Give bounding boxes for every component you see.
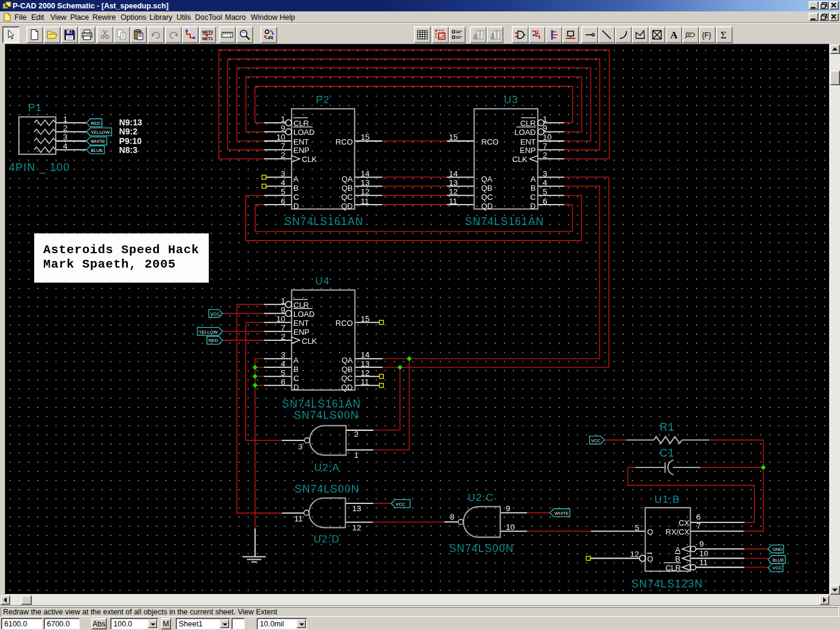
svg-text:13: 13 [352,504,361,513]
svg-text:10: 10 [543,133,552,142]
svg-text:9: 9 [506,504,511,513]
svg-text:QD: QD [481,202,493,211]
svg-text:QA: QA [341,356,353,365]
svg-text:A: A [293,356,299,365]
svg-text:QB: QB [341,365,353,374]
svg-text:10: 10 [700,549,709,558]
svg-text:3: 3 [281,350,286,359]
svg-text:6: 6 [281,377,286,386]
svg-text:7: 7 [696,521,701,530]
svg-text:BLUE: BLUE [91,148,103,153]
svg-text:P1: P1 [28,102,42,113]
svg-text:11: 11 [295,514,303,523]
svg-text:N9:13: N9:13 [119,118,142,127]
svg-text:4: 4 [281,359,286,368]
svg-text:U2:C: U2:C [468,492,494,503]
svg-text:9: 9 [281,305,286,314]
svg-text:4PIN _ 100: 4PIN _ 100 [9,161,70,174]
svg-text:2: 2 [543,151,548,160]
svg-text:QB: QB [481,184,493,193]
svg-text:12: 12 [630,550,639,559]
svg-text:U2:A: U2:A [314,462,340,473]
svg-text:2: 2 [354,430,359,439]
svg-text:Σ: Σ [721,29,727,41]
svg-text:3: 3 [281,169,286,178]
svg-text:CLR: CLR [665,563,681,572]
svg-text:A: A [670,29,678,41]
svg-text:14: 14 [449,169,458,178]
svg-text:6: 6 [543,197,548,206]
svg-text:10: 10 [276,133,285,142]
svg-text:5: 5 [281,187,286,196]
svg-text:4: 4 [63,142,68,151]
svg-text:5: 5 [635,523,640,532]
svg-text:QD: QD [341,383,353,392]
svg-text:VCC: VCC [591,438,601,443]
svg-text:SN74LS00N: SN74LS00N [449,542,514,554]
svg-text:9: 9 [543,124,548,133]
svg-text:NET0: NET0 [202,30,213,34]
svg-text:LOAD: LOAD [293,310,314,319]
svg-text:2: 2 [281,151,286,160]
svg-text:3: 3 [63,133,68,142]
svg-text:QD: QD [341,202,353,211]
svg-text:C: C [530,193,536,202]
svg-text:SN74LS00N: SN74LS00N [295,483,359,495]
svg-text:Mark Spaeth, 2005: Mark Spaeth, 2005 [43,257,176,271]
svg-text:RCO: RCO [335,137,353,146]
svg-text:C: C [293,374,299,383]
svg-text:10: 10 [276,314,285,323]
svg-text:2: 2 [281,332,286,341]
svg-text:5: 5 [543,187,548,196]
svg-text:A: A [675,545,680,554]
svg-text:NET1: NET1 [202,37,213,41]
svg-text:D: D [293,202,299,211]
svg-text:GND: GND [772,547,782,552]
svg-text:12: 12 [361,368,370,377]
svg-text:11: 11 [361,377,369,386]
svg-text:12: 12 [361,187,370,196]
svg-text:2: 2 [63,124,68,133]
svg-text:U4: U4 [315,275,329,287]
svg-text:ENT: ENT [520,137,536,146]
svg-text:15: 15 [361,314,370,323]
svg-text:QA: QA [341,175,353,184]
svg-text:R1: R1 [659,421,674,433]
svg-text:6: 6 [281,197,286,206]
svg-text:ENP: ENP [293,146,310,155]
svg-text:LOAD: LOAD [515,128,536,137]
svg-text:9: 9 [281,124,286,133]
svg-text:B: B [293,184,299,193]
svg-text:N8:3: N8:3 [119,145,138,155]
svg-text:9: 9 [700,539,704,548]
svg-text:11: 11 [700,558,708,567]
svg-text:15: 15 [361,133,370,142]
svg-text:ENP: ENP [520,146,536,155]
svg-text:8: 8 [450,512,455,521]
svg-text:Asteroids Speed Hack: Asteroids Speed Hack [43,243,199,257]
svg-text:3: 3 [543,169,548,178]
svg-text:SN74LS161AN: SN74LS161AN [284,215,364,227]
svg-text:A: A [530,175,536,184]
svg-text:3: 3 [298,442,303,451]
svg-text:1: 1 [281,296,286,305]
svg-text:CLR: CLR [293,301,309,310]
svg-text:RED: RED [209,338,218,343]
svg-text:11: 11 [449,197,457,206]
svg-text:YELLOW: YELLOW [199,329,218,335]
svg-text:RCO: RCO [335,319,353,328]
svg-text:D: D [293,383,299,392]
svg-text:4: 4 [281,178,286,187]
svg-text:12: 12 [449,187,458,196]
svg-text:RX/CX: RX/CX [665,527,689,536]
svg-text:4: 4 [543,178,548,187]
svg-text:15: 15 [449,133,458,142]
svg-text:WHITE: WHITE [91,139,106,144]
svg-text:CLK: CLK [302,337,317,346]
svg-text:SN74LS161AN: SN74LS161AN [282,398,361,410]
svg-text:C1: C1 [659,447,674,459]
svg-text:1: 1 [281,115,286,124]
svg-text:QA: QA [481,175,493,184]
svg-text:12: 12 [352,523,361,532]
svg-text:SN74LS161AN: SN74LS161AN [465,215,544,227]
